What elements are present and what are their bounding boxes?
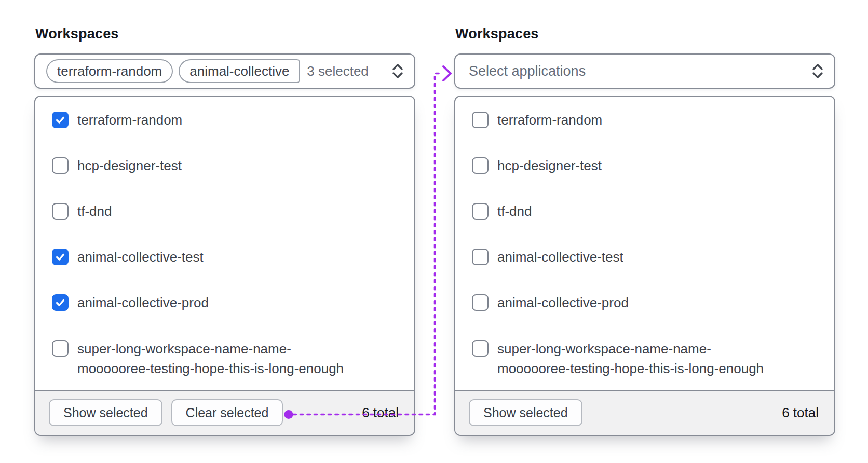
field-label: Workspaces <box>455 26 835 42</box>
selected-count-label: 3 selected <box>307 63 369 79</box>
checkbox[interactable] <box>52 112 69 128</box>
list-item[interactable]: terraform-random <box>52 111 400 129</box>
list-item[interactable]: hcp-designer-test <box>52 156 400 175</box>
options-footer: Show selected Clear selected 6 total <box>35 390 414 435</box>
checkbox[interactable] <box>472 203 489 220</box>
list-item[interactable]: animal-collective-test <box>472 248 820 266</box>
list-item[interactable]: animal-collective-test <box>52 248 400 266</box>
list-item[interactable]: animal-collective-prod <box>472 293 820 312</box>
options-list: terraform-random hcp-designer-test tf-dn… <box>455 97 834 390</box>
left-workspaces-picker: Workspaces terraform-random animal-colle… <box>34 26 415 436</box>
list-item-label: hcp-designer-test <box>497 156 602 175</box>
select-placeholder: Select applications <box>469 63 586 79</box>
total-count-label: 6 total <box>782 405 819 421</box>
checkbox[interactable] <box>472 249 489 265</box>
checkbox[interactable] <box>52 294 69 311</box>
checkbox[interactable] <box>52 249 69 265</box>
checkbox[interactable] <box>52 157 69 174</box>
tag[interactable]: terraform-random <box>46 59 173 83</box>
list-item-label: animal-collective-test <box>497 248 623 266</box>
tag-truncated[interactable]: animal-collective <box>179 59 300 83</box>
show-selected-button[interactable]: Show selected <box>469 399 582 426</box>
list-item[interactable]: terraform-random <box>472 111 820 129</box>
list-item-label: tf-dnd <box>77 202 112 221</box>
checkbox[interactable] <box>472 157 489 174</box>
clear-selected-button[interactable]: Clear selected <box>171 399 283 426</box>
options-list: terraform-random hcp-designer-test tf-dn… <box>35 97 414 390</box>
check-icon <box>55 251 66 263</box>
list-item-label: terraform-random <box>77 111 182 129</box>
list-item-label: terraform-random <box>497 111 602 129</box>
chevron-up-down-icon <box>810 62 825 80</box>
workspace-pickers: Workspaces terraform-random animal-colle… <box>0 0 868 436</box>
list-item[interactable]: tf-dnd <box>52 202 400 221</box>
list-item[interactable]: tf-dnd <box>472 202 820 221</box>
list-item-label: tf-dnd <box>497 202 532 221</box>
list-item-label: super-long-workspace-name-name-moooooree… <box>497 339 764 378</box>
list-item-label: animal-collective-prod <box>497 293 629 312</box>
options-panel: terraform-random hcp-designer-test tf-dn… <box>34 96 415 436</box>
checkbox[interactable] <box>52 340 69 357</box>
options-footer: Show selected 6 total <box>455 390 834 435</box>
show-selected-button[interactable]: Show selected <box>49 399 162 426</box>
checkbox[interactable] <box>472 112 489 128</box>
list-item[interactable]: hcp-designer-test <box>472 156 820 175</box>
selected-tags: terraform-random animal-collective <box>46 59 300 83</box>
field-label: Workspaces <box>35 26 415 42</box>
total-count-label: 6 total <box>362 405 399 421</box>
multiselect-trigger[interactable]: Select applications <box>454 53 835 89</box>
list-item-label: animal-collective-test <box>77 248 204 266</box>
right-workspaces-picker: Workspaces Select applications terraform… <box>454 26 835 436</box>
check-icon <box>55 297 66 308</box>
options-panel: terraform-random hcp-designer-test tf-dn… <box>454 96 835 436</box>
checkbox[interactable] <box>472 294 489 311</box>
list-item[interactable]: super-long-workspace-name-name-moooooree… <box>472 339 820 378</box>
list-item-label: hcp-designer-test <box>77 156 182 175</box>
checkbox[interactable] <box>472 340 489 357</box>
checkbox[interactable] <box>52 203 69 220</box>
chevron-up-down-icon <box>390 62 405 80</box>
list-item-label: super-long-workspace-name-name-moooooree… <box>77 339 344 378</box>
list-item-label: animal-collective-prod <box>77 293 209 312</box>
check-icon <box>55 114 66 126</box>
multiselect-trigger[interactable]: terraform-random animal-collective 3 sel… <box>34 53 415 89</box>
list-item[interactable]: super-long-workspace-name-name-moooooree… <box>52 339 400 378</box>
list-item[interactable]: animal-collective-prod <box>52 293 400 312</box>
